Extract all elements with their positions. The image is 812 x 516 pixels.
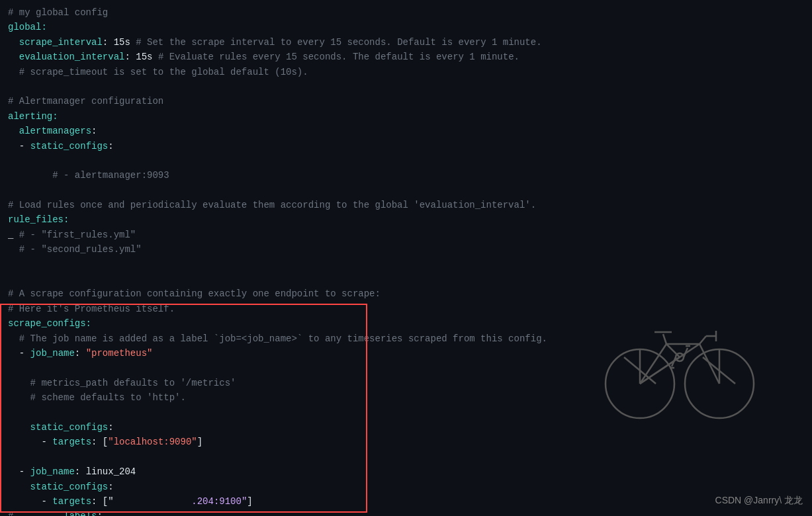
code-line: # - "second_rules.yml"	[8, 242, 804, 257]
code-line: static_configs:	[8, 480, 804, 494]
svg-line-8	[699, 336, 706, 344]
code-line	[8, 153, 804, 168]
code-line: # scrape_timeout is set to the global de…	[8, 65, 804, 79]
code-line: # labels:	[8, 509, 804, 516]
code-line: _ # - "first_rules.yml"	[8, 228, 804, 242]
code-line: - targets: ["localhost:9090"]	[8, 435, 804, 449]
code-line: alerting:	[8, 109, 804, 124]
code-line: # Alertmanager configuration	[8, 94, 804, 108]
code-line: alertmanagers:	[8, 124, 804, 138]
code-line: # my global config	[8, 5, 804, 20]
code-line: scrape_interval: 15s # Set the scrape in…	[8, 35, 804, 50]
code-line	[8, 79, 804, 94]
code-line	[8, 257, 804, 272]
watermark: CSDN @Janrry\ 龙龙	[715, 495, 803, 507]
code-line: - static_configs:	[8, 139, 804, 153]
code-line: - job_name: linux_204	[8, 464, 804, 479]
svg-line-6	[666, 344, 680, 357]
code-line: # - alertmanager:9093	[8, 168, 804, 183]
svg-line-12	[663, 334, 666, 344]
code-line	[8, 183, 804, 198]
code-line: # Load rules once and periodically evalu…	[8, 198, 804, 212]
code-line	[8, 272, 804, 286]
code-line: rule_files:	[8, 212, 804, 227]
code-line: evaluation_interval: 15s # Evaluate rule…	[8, 50, 804, 64]
bicycle-image	[600, 291, 759, 423]
code-line	[8, 450, 804, 464]
code-editor: # my global config global: scrape_interv…	[0, 0, 812, 516]
code-line: - targets: [" .204:9100"]	[8, 494, 804, 509]
code-line: global:	[8, 20, 804, 34]
